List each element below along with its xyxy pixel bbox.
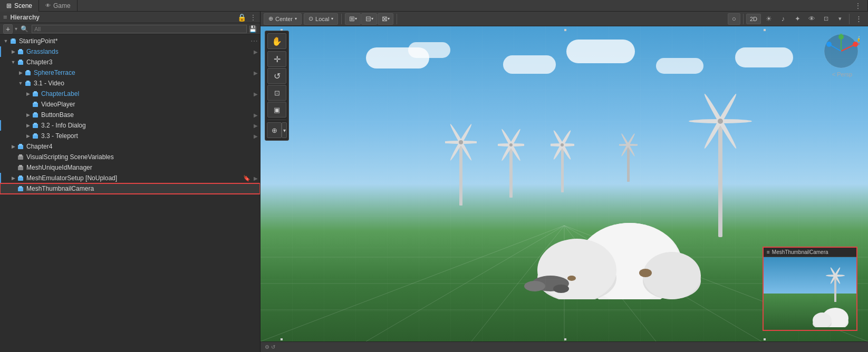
hierarchy-tree: ▼ StartingPoint* ⋯ ▶ Grasslands — [0, 35, 260, 352]
expand-arrow: ▶ — [9, 48, 17, 55]
scene-gizmo[interactable]: Y X 🔒 — [823, 33, 860, 70]
preview-turbine — [825, 260, 846, 302]
tree-item-grasslands[interactable]: ▶ Grasslands ▶ — [0, 46, 260, 57]
expand-arrow: ▶ — [24, 90, 32, 97]
scene-view[interactable]: ✋ ✛ ↺ ⊡ ▣ ⊕ ▾ Y — [261, 26, 868, 341]
svg-text:🔒: 🔒 — [856, 35, 860, 42]
cube-icon — [24, 69, 32, 76]
tree-item-meshemulator[interactable]: ▶ MeshEmulatorSetup [NoUpload] 🔖 ▶ — [0, 173, 260, 183]
tree-item-sphereterrace[interactable]: ▶ SphereTerrace ▶ — [0, 67, 260, 78]
tab-game[interactable]: 👁 Game — [39, 0, 78, 12]
camera-orbit-btn[interactable]: ○ — [728, 13, 740, 25]
cube-icon — [24, 80, 32, 87]
tree-label: ButtonBase — [41, 111, 252, 119]
hidden-btn[interactable]: 👁 — [805, 13, 818, 25]
cube-icon — [17, 153, 24, 161]
item-more-dots[interactable]: ⋯ — [250, 37, 258, 45]
cube-icon — [17, 185, 24, 192]
hand-tool-btn[interactable]: ✋ — [267, 33, 286, 49]
search-input[interactable] — [32, 25, 247, 33]
scene-tab-icon: ⊞ — [6, 2, 12, 9]
scene-more-btn[interactable]: ⋮ — [848, 0, 868, 12]
hierarchy-more-icon[interactable]: ⋮ — [249, 13, 257, 22]
tree-label: MeshEmulatorSetup [NoUpload] — [26, 174, 242, 182]
svg-rect-88 — [834, 276, 836, 302]
cube-icon — [17, 48, 24, 55]
tree-label: 3.1 - Video — [34, 80, 258, 87]
add-button[interactable]: + — [3, 24, 13, 34]
tree-item-chapter3[interactable]: ▼ Chapter3 — [0, 57, 260, 67]
lock-icon[interactable]: 🔒 — [237, 13, 246, 22]
tree-label: VideoPlayer — [41, 101, 258, 108]
hierarchy-header: ≡ Hierarchy 🔒 ⋮ — [0, 12, 260, 23]
tree-item-videoplayer[interactable]: ▶ VideoPlayer — [0, 99, 260, 110]
tree-item-31video[interactable]: ▼ 3.1 - Video — [0, 78, 260, 89]
tree-label: VisualScripting SceneVariables — [26, 153, 258, 161]
center-dropdown-arrow: ▾ — [295, 16, 297, 21]
svg-text:Y: Y — [840, 33, 843, 37]
tree-item-32infodialog[interactable]: ▶ 3.2 - Info Dialog ▶ — [0, 120, 260, 131]
more-btn[interactable]: ⋮ — [852, 13, 865, 25]
expand-arrow: ▼ — [2, 37, 9, 45]
svg-rect-7 — [19, 60, 22, 62]
cube-icon — [17, 143, 24, 150]
tree-item-meshuniqueid[interactable]: ▶ MeshUniqueIdManager — [0, 162, 260, 173]
scale-tool-btn[interactable]: ⊡ — [267, 85, 286, 101]
separator — [849, 14, 850, 24]
tree-item-meshthumbnailcamera[interactable]: ▶ MeshThumbnailCamera — [0, 183, 260, 194]
game-tab-icon: 👁 — [45, 3, 51, 8]
camera-preview-dots: ≡ — [767, 249, 770, 255]
rect-tool-btn[interactable]: ▣ — [267, 102, 286, 118]
stats-btn[interactable]: ⊡ — [819, 13, 832, 25]
add-dropdown-icon[interactable]: ▾ — [15, 26, 17, 32]
center-label: Center — [275, 16, 293, 22]
transform-tool-btn[interactable]: ⊕ — [267, 122, 282, 138]
blue-indicator — [0, 173, 1, 183]
tree-item-33teleport[interactable]: ▶ 3.3 - Teleport ▶ — [0, 131, 260, 141]
audio-btn[interactable]: ♪ — [777, 13, 789, 25]
move-tool-btn[interactable]: ✛ — [267, 51, 286, 67]
center-dropdown[interactable]: ⊕ Center ▾ — [264, 13, 302, 25]
hierarchy-header-icons: 🔒 ⋮ — [237, 13, 257, 22]
snap-btn[interactable]: ⊠▾ — [378, 13, 393, 25]
camera-preview-panel: ≡ MeshThumbnailCamera — [763, 247, 857, 331]
effect-btn[interactable]: ✦ — [791, 13, 804, 25]
tree-item-buttonbase[interactable]: ▶ ButtonBase ▶ — [0, 110, 260, 120]
svg-rect-21 — [34, 133, 37, 135]
tool-more-btn[interactable]: ▾ — [282, 122, 287, 138]
tree-item-visualscripting[interactable]: ▶ VisualScripting SceneVariables — [0, 152, 260, 162]
separator — [341, 14, 342, 24]
tree-item-chapterlabel[interactable]: ▶ ChapterLabel ▶ — [0, 89, 260, 99]
scene-tools-panel: ✋ ✛ ↺ ⊡ ▣ ⊕ ▾ — [265, 31, 289, 141]
light-btn[interactable]: ☀ — [763, 13, 775, 25]
right-arrow: ▶ — [254, 133, 258, 139]
right-arrow: ▶ — [254, 123, 258, 129]
rotate-tool-btn[interactable]: ↺ — [267, 68, 286, 84]
main-area: ≡ Hierarchy 🔒 ⋮ + ▾ 🔍 💾 ▼ — [0, 12, 868, 352]
svg-rect-25 — [19, 154, 22, 157]
hierarchy-panel: ≡ Hierarchy 🔒 ⋮ + ▾ 🔍 💾 ▼ — [0, 12, 261, 352]
cube-icon — [17, 58, 24, 66]
svg-rect-23 — [19, 144, 22, 146]
2d-btn[interactable]: 2D — [746, 14, 761, 24]
tab-scene[interactable]: ⊞ Scene — [0, 0, 39, 12]
dropdown-btn[interactable]: ▾ — [834, 13, 846, 25]
status-text: ⚙ ↺ — [265, 344, 275, 350]
game-tab-label: Game — [53, 2, 71, 9]
tool-divider — [267, 120, 286, 120]
tree-item-chapter4[interactable]: ▶ Chapter4 — [0, 141, 260, 152]
expand-arrow: ▶ — [24, 132, 32, 140]
local-dropdown[interactable]: ⊙ Local ▾ — [304, 13, 338, 25]
search-bar: + ▾ 🔍 💾 — [0, 23, 260, 35]
gizmo-toggle-btn[interactable]: ⊞▾ — [345, 13, 361, 25]
cube-icon — [17, 164, 24, 171]
svg-rect-19 — [34, 123, 37, 125]
scene-tab-label: Scene — [14, 2, 32, 9]
hierarchy-menu-icon: ≡ — [3, 13, 7, 21]
expand-arrow: ▼ — [17, 80, 24, 87]
expand-arrow: ▶ — [9, 174, 17, 182]
tree-label: SphereTerrace — [34, 69, 252, 76]
tree-item-startingpoint[interactable]: ▼ StartingPoint* ⋯ — [0, 36, 260, 46]
grid-btn[interactable]: ⊟▾ — [361, 13, 377, 25]
search-save-icon[interactable]: 💾 — [249, 25, 257, 33]
